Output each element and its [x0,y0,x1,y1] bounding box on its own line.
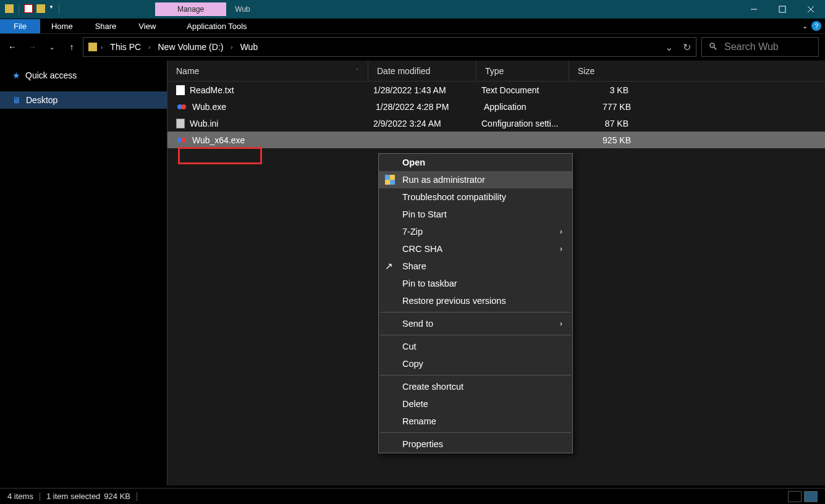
file-tab[interactable]: File [0,19,40,33]
column-name[interactable]: Name˄ [167,61,368,81]
details-view-button[interactable] [788,491,802,502]
context-7zip[interactable]: 7-Zip› [379,223,572,240]
exe-file-icon [176,101,187,112]
breadcrumb-volume[interactable]: New Volume (D:) [154,42,227,52]
file-size: 87 KB [574,119,628,128]
breadcrumb-this-pc[interactable]: This PC [106,42,145,52]
desktop-item[interactable]: 🖥︎ Desktop [0,91,167,109]
context-share[interactable]: ↗ Share [379,258,572,275]
file-date: 2/9/2022 3:24 AM [373,119,481,128]
back-button[interactable]: ← [6,42,19,52]
context-rename[interactable]: Rename [379,413,572,430]
column-date[interactable]: Date modified [368,61,476,81]
file-size: 3 KB [574,85,628,95]
properties-icon[interactable] [24,4,33,13]
file-type: Configuration setti... [481,119,574,128]
column-type[interactable]: Type [476,61,569,81]
separator [380,432,571,433]
context-properties[interactable]: Properties [379,435,572,453]
separator [19,4,19,14]
minimize-button[interactable] [740,0,768,19]
close-button[interactable] [797,0,825,19]
ribbon-chevron-down-icon[interactable]: ⌄ [802,22,808,30]
context-delete[interactable]: Delete [379,395,572,413]
context-send-to[interactable]: Send to› [379,315,572,332]
address-dropdown-icon[interactable]: ⌄ [665,41,673,53]
separator [40,492,40,501]
status-selected: 1 item selected [46,492,100,501]
svg-rect-11 [390,180,395,185]
context-troubleshoot[interactable]: Troubleshoot compatibility [379,188,572,206]
nav-label: Desktop [26,95,57,105]
file-row[interactable]: ReadMe.txt1/28/2022 1:43 AMText Document… [167,82,825,98]
svg-point-7 [181,138,186,143]
shield-icon [385,175,395,185]
recent-dropdown[interactable]: ⌄ [46,44,58,51]
forward-button[interactable]: → [26,42,38,52]
chevron-right-icon: › [560,319,562,328]
large-icons-view-button[interactable] [804,491,818,502]
status-items: 4 items [7,492,33,501]
context-run-as-admin[interactable]: Run as administrator [379,171,572,188]
context-copy[interactable]: Copy [379,355,572,372]
svg-rect-9 [390,175,395,180]
file-row[interactable]: Wub.exe1/28/2022 4:28 PMApplication777 K… [167,98,825,115]
status-bar: 4 items 1 item selected 924 KB [0,488,825,504]
column-headers: Name˄ Date modified Type Size [167,61,825,82]
desktop-icon: 🖥︎ [12,95,21,105]
quick-access-toolbar: ▼ [0,4,66,14]
chevron-right-icon: › [560,245,562,253]
file-name: Wub.ini [190,119,373,128]
svg-rect-1 [779,6,785,12]
chevron-down-icon[interactable]: ▼ [49,4,54,14]
breadcrumb-folder[interactable]: Wub [237,42,262,52]
exe-file-icon [176,135,187,146]
folder-icon [88,43,97,51]
address-bar[interactable]: › This PC › New Volume (D:) › Wub ⌄ ↻ [83,37,696,57]
context-open[interactable]: Open [379,154,572,171]
view-tab[interactable]: View [127,22,167,31]
column-size[interactable]: Size [569,61,631,81]
file-name: Wub.exe [192,102,376,112]
file-row[interactable]: Wub.ini2/9/2022 3:24 AMConfiguration set… [167,115,825,132]
context-menu: Open Run as administrator Troubleshoot c… [378,153,573,453]
home-tab[interactable]: Home [40,22,84,31]
quick-access-item[interactable]: ★ Quick access [0,67,167,84]
context-create-shortcut[interactable]: Create shortcut [379,378,572,395]
chevron-right-icon: › [560,227,562,236]
manage-tab[interactable]: Manage [155,2,226,16]
context-pin-start[interactable]: Pin to Start [379,206,572,223]
window-title: Wub [235,5,250,14]
context-cut[interactable]: Cut [379,338,572,355]
chevron-right-icon[interactable]: › [231,44,232,51]
file-type: Application [484,102,577,112]
maximize-button[interactable] [768,0,797,19]
window-controls [740,0,825,19]
help-icon[interactable]: ? [811,21,821,31]
share-tab[interactable]: Share [84,22,128,31]
sort-indicator-icon: ˄ [356,68,359,74]
status-size: 924 KB [104,492,130,501]
folder-icon[interactable] [5,4,14,13]
title-bar: ▼ Manage Wub [0,0,825,19]
context-pin-taskbar[interactable]: Pin to taskbar [379,275,572,292]
application-tools-tab[interactable]: Application Tools [176,22,258,31]
file-row[interactable]: Wub_x64.exe925 KB [167,132,825,148]
text-file-icon [176,85,185,95]
context-crc-sha[interactable]: CRC SHA› [379,240,572,258]
context-restore-versions[interactable]: Restore previous versions [379,292,572,309]
chevron-right-icon[interactable]: › [148,44,150,51]
separator [137,492,137,501]
file-size: 925 KB [577,135,631,145]
file-date: 1/28/2022 4:28 PM [376,102,484,112]
navigation-bar: ← → ⌄ ↑ › This PC › New Volume (D:) › Wu… [0,33,825,61]
search-box[interactable]: 🔍︎ Search Wub [701,37,819,57]
svg-rect-10 [385,180,390,185]
star-icon: ★ [12,70,20,80]
up-button[interactable]: ↑ [66,42,78,52]
chevron-right-icon[interactable]: › [101,44,103,51]
new-folder-icon[interactable] [36,4,45,13]
separator [380,312,571,313]
separator [380,375,571,376]
refresh-icon[interactable]: ↻ [683,41,691,53]
